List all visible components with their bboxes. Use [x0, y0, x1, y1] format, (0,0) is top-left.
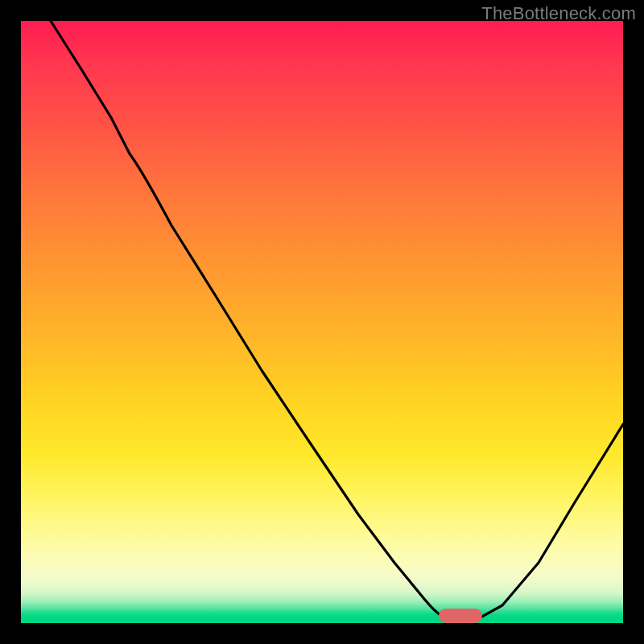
bottleneck-curve	[51, 21, 623, 621]
watermark-text: TheBottleneck.com	[481, 3, 636, 24]
chart-frame: TheBottleneck.com	[0, 0, 644, 644]
curve-layer	[21, 21, 623, 623]
optimal-marker	[439, 609, 482, 623]
plot-area	[21, 21, 623, 623]
